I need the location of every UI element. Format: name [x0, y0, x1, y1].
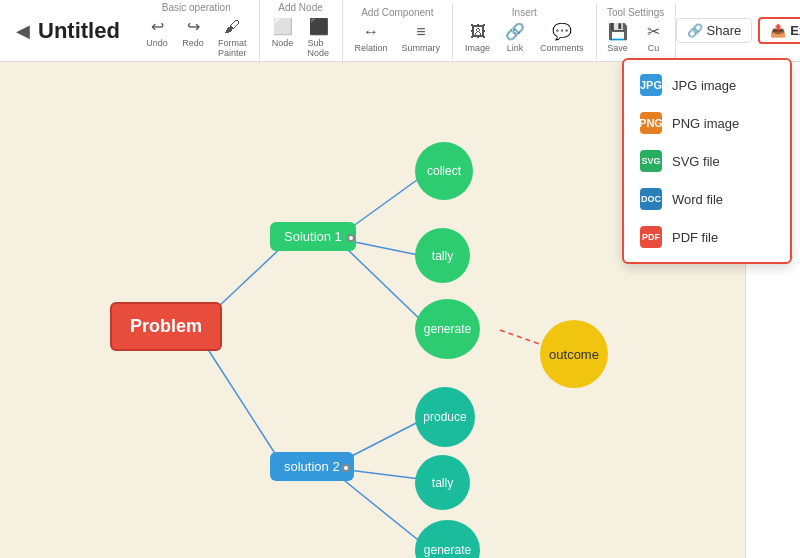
- undo-button[interactable]: ↩ Undo: [142, 15, 172, 60]
- add-node-group: Add Node ⬜ Node ⬛ Sub Node: [260, 0, 343, 64]
- comments-button[interactable]: 💬 Comments: [536, 20, 588, 55]
- tool-settings-label: Tool Settings: [607, 7, 664, 18]
- jpg-icon: JPG: [640, 74, 662, 96]
- export-svg-label: SVG file: [672, 154, 720, 169]
- pdf-icon: PDF: [640, 226, 662, 248]
- outcome-node[interactable]: outcome: [540, 320, 608, 388]
- cut-button[interactable]: ✂ Cu: [639, 20, 669, 55]
- node-icon: ⬜: [272, 17, 294, 37]
- save-icon: 💾: [607, 22, 629, 42]
- tool-settings-group: Tool Settings 💾 Save ✂ Cu: [597, 3, 676, 59]
- comments-icon: 💬: [551, 22, 573, 42]
- connector-dot-solution2: [342, 464, 350, 472]
- export-label: Export: [790, 23, 800, 38]
- link-button[interactable]: 🔗 Link: [500, 20, 530, 55]
- format-painter-button[interactable]: 🖌 Format Painter: [214, 15, 251, 60]
- problem-node[interactable]: Problem: [110, 302, 222, 351]
- sub-node-icon: ⬛: [308, 17, 330, 37]
- tally2-node[interactable]: tally: [415, 455, 470, 510]
- produce-node[interactable]: produce: [415, 387, 475, 447]
- share-label: Share: [707, 23, 742, 38]
- cut-icon: ✂: [643, 22, 665, 42]
- export-icon: 📤: [770, 23, 786, 38]
- generate1-node[interactable]: generate: [415, 299, 480, 359]
- link-icon: 🔗: [504, 22, 526, 42]
- redo-icon: ↪: [182, 17, 204, 37]
- svg-line-2: [345, 172, 428, 232]
- insert-group: Insert 🖼 Image 🔗 Link 💬 Comments: [453, 3, 597, 59]
- save-button[interactable]: 💾 Save: [603, 20, 633, 55]
- relation-button[interactable]: ↔ Relation: [351, 20, 392, 55]
- export-jpg-label: JPG image: [672, 78, 736, 93]
- insert-label: Insert: [512, 7, 537, 18]
- svg-icon: SVG: [640, 150, 662, 172]
- image-button[interactable]: 🖼 Image: [461, 20, 494, 55]
- tally1-node[interactable]: tally: [415, 228, 470, 283]
- export-pdf-label: PDF file: [672, 230, 718, 245]
- svg-line-1: [200, 337, 285, 469]
- word-icon: DOC: [640, 188, 662, 210]
- export-jpg-item[interactable]: JPG JPG image: [624, 66, 790, 104]
- summary-icon: ≡: [410, 22, 432, 42]
- add-component-label: Add Component: [361, 7, 433, 18]
- right-actions: 🔗 Share 📤 Export: [676, 17, 800, 44]
- undo-icon: ↩: [146, 17, 168, 37]
- app-title: Untitled: [38, 18, 118, 44]
- sub-node-button[interactable]: ⬛ Sub Node: [304, 15, 334, 60]
- node-button[interactable]: ⬜ Node: [268, 15, 298, 60]
- solution1-node[interactable]: Solution 1: [270, 222, 356, 251]
- export-png-item[interactable]: PNG PNG image: [624, 104, 790, 142]
- collect-node[interactable]: collect: [415, 142, 473, 200]
- add-component-group: Add Component ↔ Relation ≡ Summary: [343, 3, 454, 59]
- export-button[interactable]: 📤 Export: [758, 17, 800, 44]
- export-word-label: Word file: [672, 192, 723, 207]
- png-icon: PNG: [640, 112, 662, 134]
- redo-button[interactable]: ↪ Redo: [178, 15, 208, 60]
- image-icon: 🖼: [467, 22, 489, 42]
- export-dropdown: JPG JPG image PNG PNG image SVG SVG file…: [622, 58, 792, 264]
- back-button[interactable]: ◀: [8, 16, 38, 46]
- export-word-item[interactable]: DOC Word file: [624, 180, 790, 218]
- connector-dot-solution1: [347, 234, 355, 242]
- relation-icon: ↔: [360, 22, 382, 42]
- summary-button[interactable]: ≡ Summary: [398, 20, 445, 55]
- generate2-node[interactable]: generate: [415, 520, 480, 558]
- share-icon: 🔗: [687, 23, 703, 38]
- export-svg-item[interactable]: SVG SVG file: [624, 142, 790, 180]
- basic-operation-group: Basic operation ↩ Undo ↪ Redo 🖌 Format P…: [134, 0, 260, 64]
- format-painter-icon: 🖌: [221, 17, 243, 37]
- share-button[interactable]: 🔗 Share: [676, 18, 753, 43]
- basic-operation-label: Basic operation: [162, 2, 231, 13]
- export-pdf-item[interactable]: PDF PDF file: [624, 218, 790, 256]
- export-png-label: PNG image: [672, 116, 739, 131]
- add-node-label: Add Node: [278, 2, 322, 13]
